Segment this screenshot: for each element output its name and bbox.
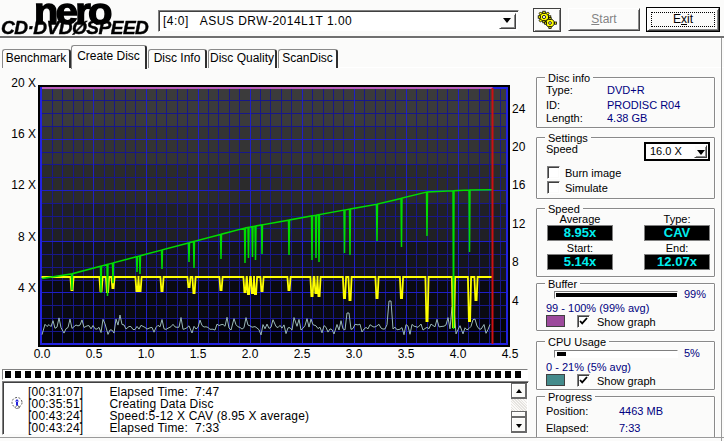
svg-text:4 X: 4 X — [18, 281, 36, 295]
svg-text:4.5: 4.5 — [502, 347, 519, 361]
svg-text:4: 4 — [512, 294, 519, 308]
svg-text:16 X: 16 X — [11, 127, 36, 141]
svg-text:20 X: 20 X — [11, 76, 36, 90]
svg-text:2.0: 2.0 — [242, 347, 259, 361]
svg-text:12 X: 12 X — [11, 178, 36, 192]
svg-text:12: 12 — [512, 217, 526, 231]
svg-text:8: 8 — [512, 255, 519, 269]
svg-text:1.0: 1.0 — [138, 347, 155, 361]
svg-text:20: 20 — [512, 140, 526, 154]
svg-text:4.0: 4.0 — [450, 347, 467, 361]
svg-text:0.5: 0.5 — [86, 347, 103, 361]
svg-text:2.5: 2.5 — [294, 347, 311, 361]
svg-text:24: 24 — [512, 102, 526, 116]
svg-text:1.5: 1.5 — [190, 347, 207, 361]
svg-text:0.0: 0.0 — [34, 347, 51, 361]
svg-text:16: 16 — [512, 178, 526, 192]
svg-text:8 X: 8 X — [18, 230, 36, 244]
svg-text:3.5: 3.5 — [398, 347, 415, 361]
svg-text:3.0: 3.0 — [346, 347, 363, 361]
